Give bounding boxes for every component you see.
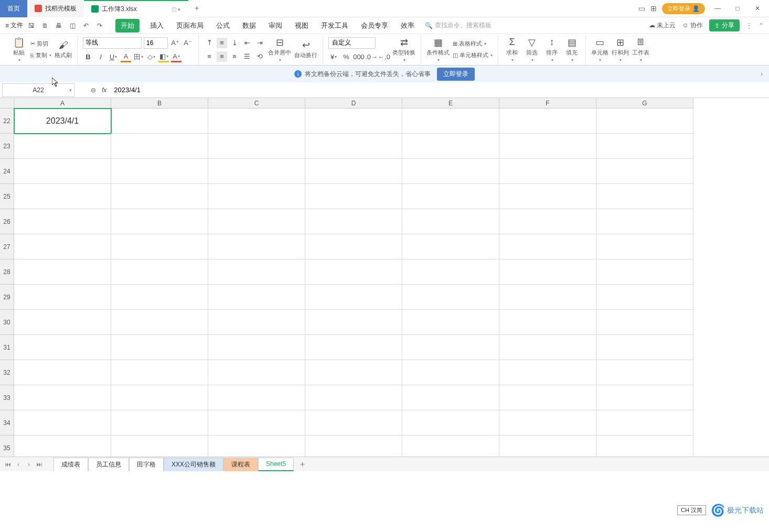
- format-painter-button[interactable]: 🖌 格式刷: [55, 40, 72, 59]
- menu-tab-layout[interactable]: 页面布局: [174, 19, 206, 32]
- banner-login-button[interactable]: 立即登录: [437, 68, 475, 81]
- cell[interactable]: [14, 360, 111, 385]
- cell[interactable]: [402, 310, 499, 335]
- row-header[interactable]: 26: [0, 209, 14, 234]
- cell[interactable]: [14, 234, 111, 259]
- cell[interactable]: [499, 285, 596, 310]
- collab-button[interactable]: ☺ 协作: [682, 21, 703, 30]
- cell[interactable]: [208, 108, 305, 134]
- cell[interactable]: [596, 234, 693, 259]
- cell[interactable]: [208, 436, 305, 457]
- sheet-tab[interactable]: XXX公司销售额: [164, 458, 223, 471]
- cell[interactable]: [305, 209, 402, 234]
- align-center-button[interactable]: ≡: [217, 51, 227, 62]
- cell[interactable]: [208, 310, 305, 335]
- menu-tab-data[interactable]: 数据: [240, 19, 258, 32]
- cut-button[interactable]: ✂剪切: [30, 39, 51, 49]
- underline-button[interactable]: U▾: [108, 52, 119, 62]
- name-box[interactable]: A22 ▾: [2, 83, 74, 97]
- comma-button[interactable]: 000: [354, 52, 364, 62]
- increase-font-button[interactable]: A⁺: [170, 38, 180, 48]
- cell[interactable]: [14, 209, 111, 234]
- cell[interactable]: [14, 259, 111, 285]
- worksheet-button[interactable]: 🗏工作表▾: [632, 37, 649, 62]
- cell[interactable]: [596, 209, 693, 234]
- maximize-button[interactable]: □: [730, 1, 745, 16]
- row-header[interactable]: 31: [0, 335, 14, 360]
- cell[interactable]: [402, 335, 499, 360]
- share-button[interactable]: ⇪ 分享: [709, 19, 740, 31]
- cell[interactable]: [499, 360, 596, 385]
- cell[interactable]: [402, 360, 499, 385]
- cell[interactable]: [111, 209, 208, 234]
- cell[interactable]: [499, 209, 596, 234]
- cell[interactable]: [499, 410, 596, 436]
- cell[interactable]: [499, 159, 596, 184]
- cell[interactable]: [305, 108, 402, 134]
- filter-button[interactable]: ▽筛选▾: [524, 37, 540, 62]
- cell-fill-button[interactable]: ◇▾: [146, 52, 156, 62]
- tab-home[interactable]: 首页: [0, 0, 27, 17]
- cell[interactable]: [402, 234, 499, 259]
- sheet-tab[interactable]: 员工信息: [88, 458, 129, 471]
- cell[interactable]: [305, 159, 402, 184]
- align-top-button[interactable]: ⤒: [204, 38, 215, 48]
- menu-tab-review[interactable]: 审阅: [266, 19, 284, 32]
- sheet-add-button[interactable]: +: [295, 460, 310, 469]
- number-format-select[interactable]: [328, 37, 376, 49]
- cell[interactable]: [111, 184, 208, 209]
- cell[interactable]: [499, 385, 596, 410]
- cell[interactable]: [596, 134, 693, 159]
- menu-tab-dev[interactable]: 开发工具: [319, 19, 350, 32]
- tab-add[interactable]: +: [188, 4, 206, 13]
- tab-templates[interactable]: 找稻壳模板: [27, 0, 84, 17]
- sheet-tab[interactable]: 成绩表: [54, 458, 88, 471]
- column-header[interactable]: B: [111, 98, 208, 108]
- cell[interactable]: [305, 234, 402, 259]
- cell[interactable]: [208, 259, 305, 285]
- cell[interactable]: [305, 285, 402, 310]
- cell[interactable]: [305, 436, 402, 457]
- italic-button[interactable]: I: [95, 52, 106, 62]
- font-name-select[interactable]: [83, 37, 142, 49]
- redo-icon[interactable]: ↷: [94, 20, 105, 31]
- cell[interactable]: [402, 159, 499, 184]
- row-header[interactable]: 25: [0, 184, 14, 209]
- column-header[interactable]: G: [596, 98, 693, 108]
- cell[interactable]: [111, 134, 208, 159]
- cell[interactable]: [305, 335, 402, 360]
- cell[interactable]: [402, 209, 499, 234]
- cell[interactable]: [111, 159, 208, 184]
- cancel-icon[interactable]: ⊖: [87, 84, 100, 96]
- cell[interactable]: [596, 335, 693, 360]
- table-style-button[interactable]: ⊞表格样式▾: [453, 39, 493, 49]
- row-header[interactable]: 33: [0, 385, 14, 410]
- cell[interactable]: [402, 410, 499, 436]
- tab-file[interactable]: 工作簿3.xlsx ◫ ●: [84, 0, 188, 17]
- cell[interactable]: [499, 134, 596, 159]
- print-icon[interactable]: 🖶: [54, 20, 64, 31]
- row-header[interactable]: 29: [0, 285, 14, 310]
- cell[interactable]: [208, 410, 305, 436]
- inc-decimal-button[interactable]: .0→: [366, 52, 377, 62]
- column-header[interactable]: E: [402, 98, 499, 108]
- cell[interactable]: [208, 360, 305, 385]
- cell[interactable]: [208, 385, 305, 410]
- cloud-status[interactable]: ☁ 未上云: [649, 21, 676, 30]
- cell[interactable]: [208, 159, 305, 184]
- login-button[interactable]: 立即登录 👤: [662, 3, 705, 14]
- column-header[interactable]: D: [305, 98, 402, 108]
- column-header[interactable]: A: [14, 98, 111, 108]
- collapse-icon[interactable]: ⌃: [759, 22, 764, 29]
- cell[interactable]: [208, 234, 305, 259]
- sum-button[interactable]: Σ求和▾: [504, 37, 520, 62]
- cell[interactable]: [208, 335, 305, 360]
- cell[interactable]: [499, 108, 596, 134]
- sort-button[interactable]: ↕排序▾: [543, 37, 560, 62]
- cell[interactable]: [596, 436, 693, 457]
- cell[interactable]: [402, 259, 499, 285]
- menu-tab-formula[interactable]: 公式: [214, 19, 232, 32]
- cell-style-button[interactable]: ◫单元格样式▾: [453, 51, 493, 60]
- cell[interactable]: [596, 108, 693, 134]
- menu-search[interactable]: 🔍 查找命令、搜索模板: [425, 21, 492, 30]
